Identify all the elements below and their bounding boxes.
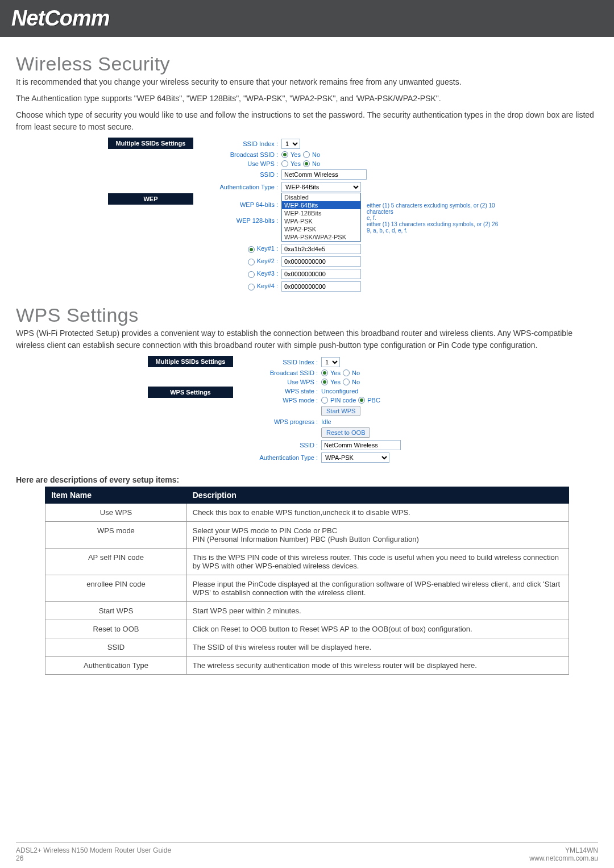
p2-wps-yes: Yes <box>330 379 341 385</box>
row-item-name: Reset to OOB <box>45 620 187 638</box>
key2-input[interactable] <box>281 256 361 267</box>
p2-broadcast-no-radio[interactable] <box>343 369 350 376</box>
footer-right-bottom: www.netcomm.com.au <box>529 854 598 862</box>
p2-label-wpsstate: WPS state : <box>233 388 321 394</box>
key4-radio[interactable] <box>248 284 255 290</box>
p2-pbc-radio[interactable] <box>358 397 365 404</box>
p2-wps-yes-radio[interactable] <box>321 379 328 385</box>
row-item-name: AP self PIN code <box>45 549 187 575</box>
p2-auth-select[interactable]: WPA-PSK <box>321 452 389 463</box>
p2-label-usewps: Use WPS : <box>233 379 321 385</box>
p2-broadcast-yes: Yes <box>330 369 341 376</box>
broadcast-no-label: No <box>312 151 320 158</box>
row-item-name: enrollee PIN code <box>45 575 187 602</box>
wep-sidebar: WEP <box>108 193 193 205</box>
label-key3: Key#3 : <box>257 270 278 277</box>
key3-radio[interactable] <box>248 271 255 278</box>
p2-label-ssid-index: SSID Index : <box>233 359 321 366</box>
table-row: SSIDThe SSID of this wireless router wil… <box>45 638 569 657</box>
label-key4: Key#4 : <box>257 283 278 289</box>
row-description: Check this box to enable WPS function,un… <box>186 504 569 522</box>
row-description: The wireless security authentication mod… <box>186 657 569 675</box>
key1-input[interactable] <box>281 244 361 254</box>
wps-yes-radio[interactable] <box>281 160 288 167</box>
th-description: Description <box>186 487 569 504</box>
description-table: Item Name Description Use WPSCheck this … <box>45 487 569 675</box>
table-intro: Here are descriptions of every setup ite… <box>16 475 598 484</box>
row-description: The SSID of this wireless router will be… <box>186 638 569 657</box>
hint-64b: e, f. <box>363 215 506 221</box>
label-auth-type: Authentication Type : <box>193 184 281 190</box>
row-item-name: Authentication Type <box>45 657 187 675</box>
wps-title: WPS Settings <box>16 304 598 326</box>
p2-wpsprog-value: Idle <box>321 418 331 425</box>
row-description: Start WPS peer within 2 minutes. <box>186 602 569 620</box>
wps-no-radio[interactable] <box>303 160 310 167</box>
key1-radio[interactable] <box>248 246 255 253</box>
panel2-header2: WPS Settings <box>148 387 233 398</box>
hint-128a: either (1) 13 characters excluding symbo… <box>363 221 506 227</box>
key3-input[interactable] <box>281 269 361 279</box>
ssid-input[interactable] <box>281 169 367 180</box>
broadcast-yes-label: Yes <box>291 151 301 158</box>
start-wps-button[interactable]: Start WPS <box>321 406 360 416</box>
row-item-name: SSID <box>45 638 187 657</box>
row-description: Please input the PinCode displayed at th… <box>186 575 569 602</box>
footer-right-top: YML14WN <box>529 846 598 854</box>
wireless-p3: Choose which type of security you would … <box>16 109 598 133</box>
label-ssid-index: SSID Index : <box>193 140 281 147</box>
opt-wpamix[interactable]: WPA-PSK/WPA2-PSK <box>282 233 360 241</box>
p2-label-auth: Authentication Type : <box>233 454 321 461</box>
panel1-header: Multiple SSIDs Settings <box>108 138 193 149</box>
p2-ssid-index-select[interactable]: 1 <box>321 357 340 367</box>
row-item-name: WPS mode <box>45 522 187 549</box>
row-description: This is the WPS PIN code of this wireles… <box>186 549 569 575</box>
panel-wps: Multiple SSIDs Settings SSID Index : 1 B… <box>148 356 466 464</box>
opt-wep64[interactable]: WEP-64Bits <box>282 201 360 209</box>
broadcast-no-radio[interactable] <box>303 151 310 158</box>
auth-type-select[interactable]: WEP-64Bits <box>281 182 361 192</box>
wps-p1: WPS (Wi-Fi Protected Setup) provides a c… <box>16 327 598 351</box>
panel-wireless-security: Multiple SSIDs Settings SSID Index : 1 B… <box>108 138 506 293</box>
p2-wps-no: No <box>352 379 360 385</box>
opt-disabled[interactable]: Disabled <box>282 193 360 201</box>
table-row: AP self PIN codeThis is the WPS PIN code… <box>45 549 569 575</box>
label-wep128: WEP 128-bits : <box>193 217 281 227</box>
p2-pin-radio[interactable] <box>321 397 328 404</box>
row-item-name: Start WPS <box>45 602 187 620</box>
key4-input[interactable] <box>281 281 361 292</box>
label-key1: Key#1 : <box>257 245 278 252</box>
ssid-index-select[interactable]: 1 <box>281 139 300 149</box>
p2-broadcast-no: No <box>352 369 360 376</box>
key2-radio[interactable] <box>248 259 255 265</box>
reset-oob-button[interactable]: Reset to OOB <box>321 427 370 438</box>
brand-logo: NetComm <box>11 6 109 31</box>
opt-wpapsk[interactable]: WPA-PSK <box>282 217 360 225</box>
row-description: Click on Reset to OOB button to Reset WP… <box>186 620 569 638</box>
wps-no-label: No <box>312 160 320 167</box>
p2-label-broadcast: Broadcast SSID : <box>233 369 321 376</box>
broadcast-yes-radio[interactable] <box>281 151 288 158</box>
opt-wep128[interactable]: WEP-128Bits <box>282 209 360 217</box>
logo-bar: NetComm <box>0 0 614 37</box>
wps-yes-label: Yes <box>291 160 301 167</box>
label-wep64: WEP 64-bits : <box>193 201 281 211</box>
table-row: Reset to OOBClick on Reset to OOB button… <box>45 620 569 638</box>
footer-left-bottom: 26 <box>16 854 171 862</box>
table-row: Authentication TypeThe wireless security… <box>45 657 569 675</box>
p2-label-ssid: SSID : <box>233 442 321 448</box>
th-item-name: Item Name <box>45 487 187 504</box>
p2-wps-no-radio[interactable] <box>343 379 350 385</box>
p2-broadcast-yes-radio[interactable] <box>321 369 328 376</box>
opt-wpa2psk[interactable]: WPA2-PSK <box>282 225 360 233</box>
hint-128b: 9, a, b, c, d, e, f. <box>363 227 506 234</box>
row-item-name: Use WPS <box>45 504 187 522</box>
page-footer: ADSL2+ Wireless N150 Modem Router User G… <box>16 842 598 862</box>
table-row: WPS modeSelect your WPS mode to PIN Code… <box>45 522 569 549</box>
auth-dropdown-list[interactable]: Disabled WEP-64Bits WEP-128Bits WPA-PSK … <box>281 193 361 242</box>
label-broadcast-ssid: Broadcast SSID : <box>193 151 281 158</box>
table-row: Start WPSStart WPS peer within 2 minutes… <box>45 602 569 620</box>
label-use-wps: Use WPS : <box>193 160 281 167</box>
wireless-title: Wireless Security <box>16 53 598 75</box>
p2-ssid-input[interactable] <box>321 440 401 450</box>
